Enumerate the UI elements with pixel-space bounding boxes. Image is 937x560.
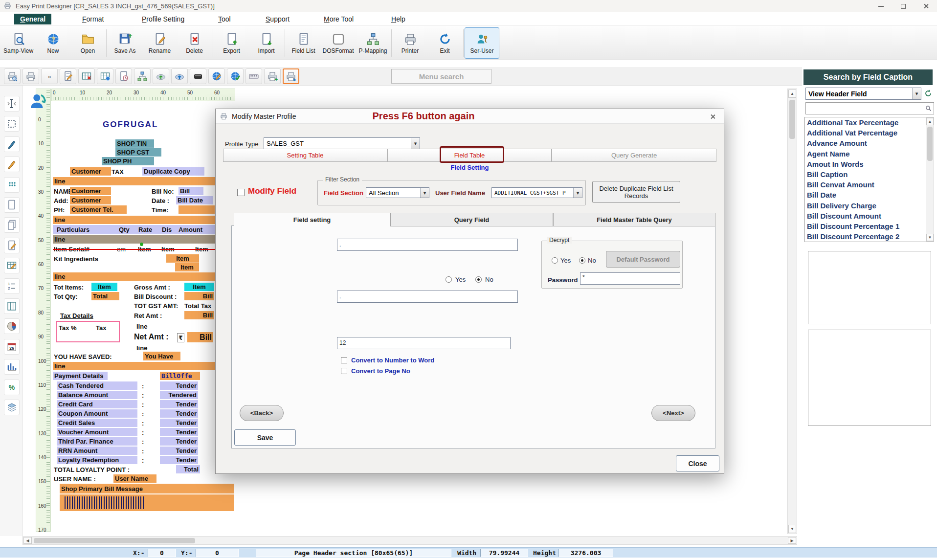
receipt-element[interactable]: Bill Date [176, 196, 213, 204]
dialog-close-button[interactable] [705, 111, 720, 122]
receipt-element[interactable]: Amount [178, 226, 202, 233]
field-caption-item[interactable]: Amout In Words [805, 159, 934, 169]
scroll-down-button[interactable] [926, 234, 934, 241]
user-refresh-icon[interactable] [27, 91, 49, 112]
receipt-element[interactable]: : [142, 457, 144, 464]
toolbar2-button-card-reader[interactable] [190, 68, 206, 84]
receipt-element[interactable]: : [142, 401, 144, 408]
receipt-element[interactable]: Item [91, 283, 117, 291]
receipt-element[interactable]: Customer [70, 187, 111, 195]
toolbar2-button-keyboard[interactable] [245, 68, 262, 84]
receipt-element[interactable]: Coupon Amount [57, 409, 137, 418]
receipt-element[interactable]: Particulars [57, 226, 89, 233]
scroll-up-button[interactable] [926, 118, 934, 125]
receipt-element[interactable]: ₹ [177, 333, 184, 342]
receipt-element[interactable]: Tender [160, 428, 198, 436]
field-name-input[interactable]: . [337, 291, 518, 303]
palette-button-layers[interactable] [4, 400, 20, 415]
receipt-element[interactable]: Tendered [160, 391, 198, 399]
toolbar-button-p-mapping[interactable]: P-Mapping [356, 27, 390, 59]
toolbar-button-dosformat[interactable]: DOSFormat [321, 27, 356, 59]
toolbar2-button-page-schedule[interactable] [115, 68, 132, 84]
toolbar-button-printer[interactable]: Printer [393, 27, 427, 59]
delete-duplicate-field-list-records-button[interactable]: Delete Duplicate Field List Records [592, 181, 680, 203]
receipt-element[interactable]: Tender [160, 381, 198, 390]
receipt-element[interactable]: Time: [152, 206, 168, 214]
convert-to-number-to-word-checkbox[interactable] [341, 357, 347, 363]
field-caption-item[interactable]: Additional Tax Percentage [805, 117, 934, 128]
receipt-element[interactable]: You Have [143, 352, 180, 360]
receipt-element[interactable]: Ret Amt : [134, 312, 162, 319]
receipt-element[interactable]: SHOP PH [102, 157, 154, 165]
field-caption-item[interactable]: Bill Discount Amount [805, 211, 934, 221]
menu-search-input[interactable] [391, 69, 491, 84]
toolbar-button-save-as[interactable]: +Save As [108, 27, 142, 59]
menu-item-profile-setting[interactable]: Profile Setting [136, 14, 190, 24]
receipt-element[interactable]: Payment Details [53, 372, 108, 380]
receipt-element[interactable]: Tax % [59, 324, 77, 332]
maximize-button[interactable] [892, 0, 915, 12]
palette-button-bar-chart[interactable] [4, 359, 20, 375]
field-caption-item[interactable]: Bill Caption [805, 169, 934, 179]
receipt-element[interactable]: line [53, 177, 234, 185]
toolbar2-button-globe-check[interactable] [227, 68, 244, 84]
field-caption-item[interactable]: Bill Discount Percentage 1 [805, 221, 934, 231]
field-caption-item[interactable]: Bill Cenvat Amount [805, 179, 934, 190]
receipt-element[interactable]: Bill Discount : [134, 293, 177, 300]
receipt-element[interactable]: Dis [162, 226, 172, 233]
receipt-element[interactable]: Shop Primary Bill Message [60, 484, 234, 493]
receipt-element[interactable]: PH: [54, 206, 65, 214]
chevron-down-icon[interactable] [573, 188, 582, 198]
receipt-element[interactable]: : [142, 392, 144, 399]
tab-field-master-table-query[interactable]: Field Master Table Query [553, 213, 715, 226]
field-caption-item[interactable]: Bill Discount Percentage 2 [805, 231, 934, 242]
receipt-element[interactable]: Loyalty Redemption [57, 456, 137, 464]
receipt-element[interactable]: line [136, 323, 147, 330]
receipt-element[interactable]: : [142, 429, 144, 436]
query-no-radio[interactable] [475, 276, 482, 283]
receipt-element[interactable]: USER NAME : [54, 475, 96, 483]
toolbar-button-field-list[interactable]: Field List [286, 27, 321, 59]
receipt-element[interactable]: Tender [160, 447, 198, 455]
decrypt-no-radio[interactable] [579, 257, 585, 264]
profile-type-dropdown[interactable]: SALES_GST [264, 137, 420, 150]
receipt-element[interactable]: Item [175, 263, 199, 271]
menu-item-tool[interactable]: Tool [212, 14, 237, 24]
save-button[interactable]: Save [234, 429, 296, 446]
close-button[interactable] [915, 0, 937, 12]
receipt-element[interactable]: Tender [160, 400, 198, 408]
palette-button-pie-chart[interactable] [4, 318, 20, 334]
receipt-element[interactable]: Bill [187, 332, 213, 342]
horizontal-scrollbar[interactable] [22, 536, 797, 545]
receipt-element[interactable]: Rate [138, 226, 152, 233]
receipt-element[interactable]: : [142, 438, 144, 446]
receipt-element[interactable]: Duplicate Copy [142, 167, 204, 176]
toolbar-button-new[interactable]: ?New [36, 27, 70, 59]
palette-button-copy-pages[interactable] [4, 217, 20, 233]
password-input[interactable]: * [580, 272, 680, 285]
close-dialog-button[interactable]: Close [676, 455, 719, 471]
receipt-element[interactable]: Customer [70, 167, 111, 176]
back-button[interactable]: <Back> [240, 405, 284, 421]
receipt-element[interactable]: Cash Tendered [57, 381, 137, 390]
receipt-element[interactable]: line [136, 344, 147, 352]
receipt-element[interactable] [140, 243, 143, 246]
toolbar2-button-table-delete[interactable] [78, 68, 95, 84]
toolbar2-button-org-chart[interactable] [134, 68, 151, 84]
tab-query-field[interactable]: Query Field [390, 213, 553, 226]
receipt-element[interactable]: Credit Card [57, 400, 137, 408]
palette-button-numbered-list[interactable]: 12 [4, 278, 20, 294]
scroll-right-button[interactable] [788, 537, 796, 544]
receipt-element[interactable]: : [142, 448, 144, 455]
minimize-button[interactable] [870, 0, 892, 12]
receipt-element[interactable]: Customer Tel. [70, 205, 127, 214]
scroll-up-button[interactable] [788, 90, 796, 98]
view-header-field-dropdown[interactable]: View Header Field [805, 88, 921, 100]
receipt-element[interactable]: Total [176, 465, 200, 473]
toolbar2-button-printer-export[interactable] [283, 68, 299, 84]
palette-button-blank-page[interactable] [4, 197, 20, 213]
receipt-element[interactable]: YOU HAVE SAVED: [54, 353, 112, 360]
menu-item-format[interactable]: Format [76, 14, 110, 24]
receipt-element[interactable]: TOTAL LOYALTY POINT : [54, 466, 130, 473]
horizontal-scroll-thumb[interactable] [34, 538, 195, 543]
